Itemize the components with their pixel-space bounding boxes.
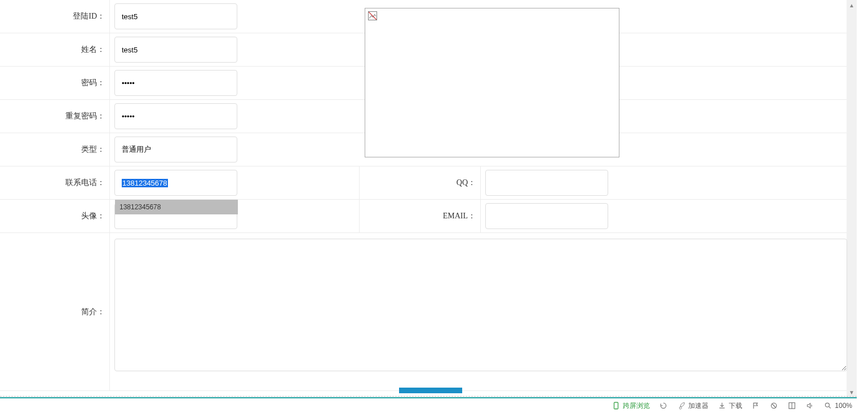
- block-icon: [769, 401, 778, 410]
- phone-input[interactable]: 13812345678: [114, 170, 237, 196]
- qq-label: QQ：: [360, 166, 481, 199]
- bio-textarea[interactable]: [114, 239, 847, 371]
- login-id-input[interactable]: [114, 3, 237, 29]
- download-button[interactable]: 下载: [718, 401, 742, 411]
- phone-label: 联系电话：: [0, 166, 110, 199]
- download-icon: [718, 401, 727, 410]
- avatar-label: 头像：: [0, 200, 110, 232]
- repeat-password-label: 重复密码：: [0, 100, 110, 133]
- name-input[interactable]: [114, 37, 237, 63]
- password-label: 密码：: [0, 67, 110, 99]
- bio-label: 简介：: [0, 233, 110, 390]
- accelerator-button[interactable]: 加速器: [677, 401, 708, 411]
- submit-button[interactable]: [399, 388, 462, 393]
- download-text: 下载: [729, 401, 742, 411]
- type-select[interactable]: [114, 137, 237, 162]
- split-screen-icon: [787, 401, 796, 410]
- phone-autocomplete-item[interactable]: 13812345678: [115, 200, 238, 214]
- password-input[interactable]: [114, 70, 237, 96]
- cross-screen-text: 跨屏浏览: [623, 401, 650, 411]
- qq-input[interactable]: [485, 170, 608, 196]
- email-label: EMAIL：: [360, 200, 481, 232]
- block-button[interactable]: [769, 401, 778, 410]
- flag-icon: [751, 401, 760, 410]
- zoom-icon: [823, 401, 832, 410]
- phone-icon: [612, 401, 621, 410]
- svg-point-5: [826, 403, 830, 407]
- rocket-icon: [677, 401, 686, 410]
- svg-point-2: [616, 408, 617, 408]
- zoom-control[interactable]: 100%: [823, 401, 852, 410]
- phone-autocomplete-text: 13812345678: [119, 203, 161, 211]
- accelerator-text: 加速器: [688, 401, 708, 411]
- split-button[interactable]: [787, 401, 796, 410]
- zoom-text: 100%: [835, 402, 852, 410]
- sound-icon: [805, 401, 814, 410]
- browser-status-bar: 跨屏浏览 加速器 下载 100%: [0, 397, 857, 413]
- phone-value-selected: 13812345678: [122, 179, 168, 187]
- name-label: 姓名：: [0, 33, 110, 66]
- cross-screen-browse-button[interactable]: 跨屏浏览: [612, 401, 650, 411]
- email-input[interactable]: [485, 203, 608, 229]
- type-label: 类型：: [0, 133, 110, 166]
- repeat-password-input[interactable]: [114, 103, 237, 129]
- restore-button[interactable]: [659, 401, 668, 410]
- restore-icon: [659, 401, 668, 410]
- mute-button[interactable]: [805, 401, 814, 410]
- login-id-label: 登陆ID：: [0, 0, 110, 33]
- flag-button[interactable]: [751, 401, 760, 410]
